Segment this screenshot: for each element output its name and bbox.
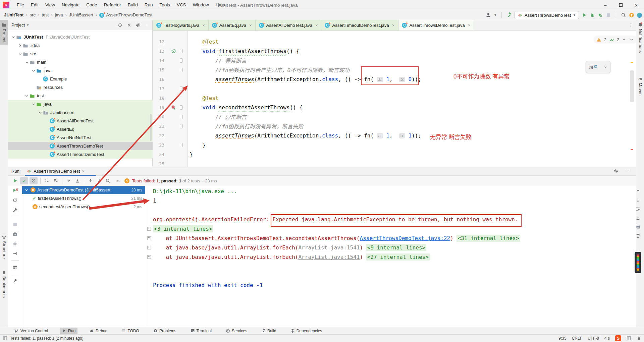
console-line[interactable]: Process finished with exit code -1 <box>145 280 634 290</box>
run-panel-tab[interactable]: AssertThrowsDemoTest × <box>26 169 85 174</box>
scroll-up-icon[interactable] <box>636 189 640 194</box>
editor-line[interactable]: 18 @Test <box>153 93 629 103</box>
restore-layout-button[interactable] <box>13 265 17 270</box>
project-tree-row[interactable]: java <box>8 66 153 75</box>
sidebar-item-notifications[interactable]: Notifications <box>636 20 644 55</box>
tab-close-icon[interactable]: × <box>315 23 318 28</box>
chevron-down-icon[interactable] <box>31 102 36 107</box>
project-tree-row[interactable]: CAssertNotNullTest <box>8 133 153 142</box>
warning-stripe-mark[interactable] <box>631 62 633 63</box>
toolwindow-button-run[interactable]: Run <box>60 328 77 334</box>
menu-build[interactable]: Build <box>124 0 141 10</box>
code-editor[interactable]: 12 @Test13 void firsttestAssertThrows() … <box>153 31 636 167</box>
editor-tab[interactable]: CTestHogwarts.java× <box>153 20 209 31</box>
tab-options-icon[interactable] <box>629 23 633 27</box>
coverage-button[interactable] <box>598 12 603 18</box>
console-line[interactable]: <3 internal lines> <box>145 224 634 233</box>
editor-tab[interactable]: CAssertThrowsDemoTest.java× <box>398 20 474 31</box>
editor-line[interactable]: 25 <box>153 159 629 167</box>
menu-edit[interactable]: Edit <box>28 0 42 10</box>
soft-wrap-icon[interactable] <box>636 207 641 212</box>
chevron-down-icon[interactable] <box>38 110 43 115</box>
maven-toast-close-icon[interactable]: × <box>604 65 607 70</box>
console-line[interactable]: at java.base/java.util.ArrayList.forEach… <box>145 252 634 262</box>
error-stripe-mark[interactable] <box>631 149 633 150</box>
console-fold-toggle[interactable] <box>145 236 153 240</box>
breadcrumb-item[interactable]: java <box>55 12 63 17</box>
test-tree-row[interactable]: ✕secondtestAssertThrows()2 ms <box>22 203 145 211</box>
project-view-chevron-icon[interactable]: ▼ <box>26 23 29 27</box>
rerun-tests-button[interactable] <box>11 177 19 184</box>
user-chevron-icon[interactable]: ▼ <box>494 13 497 17</box>
line-separator[interactable]: CRLF <box>572 336 582 341</box>
menu-run[interactable]: Run <box>141 0 156 10</box>
breadcrumb-item[interactable]: JUnit5assert <box>69 12 93 17</box>
toolwindow-toggle-icon[interactable] <box>3 336 7 341</box>
console-fold-toggle[interactable] <box>145 246 153 249</box>
fold-marker[interactable] <box>178 58 184 63</box>
menu-view[interactable]: View <box>42 0 58 10</box>
show-passed-toggle[interactable] <box>20 177 28 184</box>
run-fail-gutter-icon[interactable] <box>169 105 178 110</box>
show-ignored-toggle[interactable] <box>30 177 38 184</box>
test-tree-row[interactable]: ✓firsttestAssertThrows()21 ms <box>22 194 145 203</box>
chevron-down-icon[interactable] <box>24 60 30 65</box>
console-line[interactable]: org.opentest4j.AssertionFailedError: Exp… <box>145 215 634 224</box>
console-line[interactable]: 1 <box>145 196 634 205</box>
dump-threads-button[interactable] <box>12 232 17 237</box>
caret-position[interactable]: 9:35 <box>558 336 566 341</box>
test-settings-button[interactable] <box>12 208 17 213</box>
console-link[interactable]: ArrayList.java:1541 <box>298 244 360 251</box>
project-tree-row[interactable]: resources <box>8 83 153 92</box>
file-encoding[interactable]: UTF-8 <box>588 336 599 341</box>
test-history-icon[interactable] <box>104 177 112 184</box>
sidebar-item-structure[interactable]: Structure <box>0 233 8 261</box>
ide-features-icon[interactable] <box>637 13 642 18</box>
sidebar-item-maven[interactable]: m Maven <box>636 74 644 98</box>
maven-refresh-icon[interactable] <box>593 64 598 69</box>
editor-line[interactable]: 23 } <box>153 140 629 150</box>
editor-line[interactable]: 15 //fn函数执行时会产生异常，0不可作为除数，断言成功 <box>153 65 629 74</box>
maven-reload-toast[interactable]: m × <box>586 61 610 73</box>
project-tree-row[interactable]: test <box>8 92 153 100</box>
run-pass-gutter-icon[interactable] <box>169 49 178 54</box>
menu-file[interactable]: File <box>13 0 28 10</box>
editor-line[interactable]: 19 void secondtestAssertThrows() { <box>153 103 629 112</box>
console-fold-toggle[interactable] <box>145 227 153 231</box>
next-issue-icon[interactable] <box>629 37 634 42</box>
project-tree-row[interactable]: main <box>8 58 153 66</box>
search-everywhere-icon[interactable] <box>621 12 626 18</box>
sort-by-duration-icon[interactable] <box>51 177 60 184</box>
select-opened-file-icon[interactable] <box>117 22 123 28</box>
editor-line[interactable]: 21 //fn函数执行时没有异常，断言失败 <box>153 121 629 131</box>
toolwindow-button-version-control[interactable]: Version Control <box>12 328 50 334</box>
chevron-right-icon[interactable] <box>17 43 23 48</box>
editor-line[interactable]: 16 assertThrows(ArithmeticException.clas… <box>153 74 629 84</box>
project-tree-row[interactable]: CAssertThrowsDemoTest <box>8 142 153 150</box>
project-tree-row[interactable]: JUnitTestF:\JavaCode\JUnitTest <box>8 33 153 41</box>
hide-panel-icon[interactable]: − <box>145 22 148 27</box>
stop-process-button[interactable] <box>12 222 18 227</box>
fold-marker[interactable] <box>178 124 184 128</box>
toolwindow-button-build[interactable]: Build <box>259 328 278 334</box>
previous-failed-icon[interactable] <box>86 177 95 184</box>
fold-marker[interactable] <box>178 143 184 147</box>
editor-line[interactable]: 12 @Test <box>153 37 629 46</box>
next-failed-icon[interactable] <box>95 177 104 184</box>
chevron-down-icon[interactable] <box>11 35 16 40</box>
chevron-down-icon[interactable] <box>24 94 30 98</box>
run-panel-settings-icon[interactable] <box>613 169 619 174</box>
run-tab-close-icon[interactable]: × <box>82 169 85 174</box>
scroll-to-end-icon[interactable] <box>636 216 640 220</box>
editor-line[interactable]: 20 // 异常断言 <box>153 112 629 121</box>
chevron-down-icon[interactable] <box>17 52 23 56</box>
tab-close-icon[interactable]: × <box>468 23 471 28</box>
inspections-widget[interactable]: 2 2 <box>594 36 636 44</box>
maximize-button[interactable] <box>613 0 629 10</box>
update-icon[interactable] <box>629 12 634 18</box>
menu-tools[interactable]: Tools <box>156 0 173 10</box>
run-button[interactable] <box>582 12 587 18</box>
collapse-all-icon[interactable] <box>127 23 131 27</box>
console-output[interactable]: D:\jdk-11\bin\java.exe ...1org.opentest4… <box>145 186 634 327</box>
breadcrumb-item[interactable]: AssertThrowsDemoTest <box>106 12 152 17</box>
